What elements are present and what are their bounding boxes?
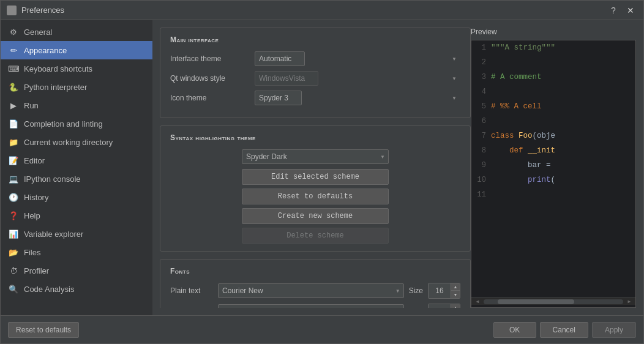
plain-text-font-select[interactable]: Courier New — [218, 283, 404, 298]
main-panel: Main interface Interface theme Automatic… — [152, 20, 643, 315]
sidebar-item-ipython-console[interactable]: 💻 IPython console — [1, 170, 152, 188]
line-content-1: """A string""" — [491, 43, 555, 52]
sidebar-label-general: General — [24, 28, 52, 37]
sidebar-item-history[interactable]: 🕐 History — [1, 188, 152, 206]
scrollbar-track[interactable] — [484, 299, 623, 304]
sidebar-label-completion: Completion and linting — [24, 119, 103, 129]
sidebar-item-run[interactable]: ▶ Run — [1, 96, 152, 114]
sidebar-item-completion-linting[interactable]: 📄 Completion and linting — [1, 114, 152, 133]
sidebar-label-history: History — [24, 193, 48, 202]
profiler-icon: ⏱ — [8, 265, 19, 276]
line-content-7: class Foo(obje — [491, 132, 555, 140]
line-num-5: 5 — [471, 102, 491, 111]
keyboard-icon: ⌨ — [8, 63, 19, 74]
rich-text-size-input[interactable] — [429, 304, 451, 308]
main-interface-title: Main interface — [170, 36, 460, 44]
sidebar-item-cwd[interactable]: 📁 Current working directory — [1, 133, 152, 151]
line-num-11: 11 — [471, 190, 491, 199]
scheme-select-wrapper: Spyder Dark — [242, 149, 389, 164]
interface-theme-select[interactable]: Automatic — [255, 51, 305, 66]
sidebar-item-editor[interactable]: 📝 Editor — [1, 151, 152, 170]
reset-to-defaults-button[interactable]: Reset to defaults — [8, 322, 79, 338]
settings-panel: Main interface Interface theme Automatic… — [160, 28, 471, 308]
sidebar-item-profiler[interactable]: ⏱ Profiler — [1, 261, 152, 280]
code-line-4: 4 — [471, 84, 635, 99]
completion-icon: 📄 — [8, 118, 19, 129]
line-num-10: 10 — [471, 176, 491, 184]
line-content-9: bar = — [491, 161, 551, 170]
sidebar-item-appearance[interactable]: ✏ Appearance — [1, 41, 152, 59]
line-content-5: # %% A cell — [491, 102, 542, 111]
icon-theme-select[interactable]: Spyder 3 — [255, 91, 302, 105]
main-interface-section: Main interface Interface theme Automatic… — [160, 28, 471, 118]
sidebar-label-editor: Editor — [24, 156, 45, 165]
plain-text-size-label: Size — [409, 286, 423, 295]
sidebar-label-help: Help — [24, 211, 40, 220]
help-button[interactable]: ? — [607, 4, 620, 17]
code-line-9: 9 bar = — [471, 158, 635, 173]
scrollbar-left-arrow[interactable]: ◀ — [474, 299, 481, 304]
plain-text-size-input[interactable] — [429, 283, 451, 298]
sidebar-label-cwd: Current working directory — [24, 138, 113, 147]
sidebar-item-python-interpreter[interactable]: 🐍 Python interpreter — [1, 78, 152, 96]
sidebar-item-general[interactable]: ⚙ General — [1, 23, 152, 41]
sidebar-label-ipython: IPython console — [24, 174, 81, 184]
titlebar-controls: ? ✕ — [607, 4, 637, 17]
plain-text-font-wrapper: Courier New — [218, 283, 404, 298]
code-line-10: 10 print( — [471, 173, 635, 187]
line-num-8: 8 — [471, 146, 491, 155]
sidebar-label-keyboard: Keyboard shortcuts — [24, 64, 92, 73]
cancel-button[interactable]: Cancel — [540, 322, 588, 338]
sidebar-item-keyboard-shortcuts[interactable]: ⌨ Keyboard shortcuts — [1, 59, 152, 78]
sidebar-label-files: Files — [24, 248, 40, 257]
interface-theme-row: Interface theme Automatic — [170, 51, 460, 66]
help-icon: ❓ — [8, 210, 19, 221]
line-content-3: # A comment — [491, 73, 542, 81]
icon-theme-row: Icon theme Spyder 3 — [170, 91, 460, 105]
code-line-3: 3 # A comment — [471, 70, 635, 84]
create-scheme-button[interactable]: Create new scheme — [242, 208, 389, 224]
dialog-buttons: OK Cancel Apply — [493, 322, 636, 338]
sidebar-item-files[interactable]: 📂 Files — [1, 243, 152, 261]
close-button[interactable]: ✕ — [624, 4, 637, 17]
plain-text-row: Plain text Courier New Size ▲ ▼ — [170, 283, 460, 299]
line-num-1: 1 — [471, 43, 491, 52]
scrollbar-right-arrow[interactable]: ▶ — [626, 299, 633, 304]
apply-button[interactable]: Apply — [592, 322, 636, 338]
rich-text-row: Rich text Calibri Size ▲ ▼ — [170, 304, 460, 308]
delete-scheme-button[interactable]: Delete scheme — [242, 228, 389, 244]
preview-scrollbar: ◀ ▶ — [471, 297, 635, 305]
interface-theme-label: Interface theme — [170, 54, 250, 63]
line-num-4: 4 — [471, 88, 491, 96]
sidebar-label-code-analysis: Code Analysis — [24, 285, 74, 294]
variable-explorer-icon: 📊 — [8, 228, 19, 239]
qt-windows-style-row: Qt windows style WindowsVista — [170, 71, 460, 86]
scheme-select[interactable]: Spyder Dark — [242, 149, 389, 164]
preferences-window: Preferences ? ✕ ⚙ General ✏ Appearance ⌨… — [0, 0, 644, 344]
qt-windows-style-select-wrapper: WindowsVista — [255, 71, 460, 86]
python-icon: 🐍 — [8, 81, 19, 92]
qt-windows-style-label: Qt windows style — [170, 74, 250, 83]
app-icon — [7, 6, 17, 15]
sidebar-item-variable-explorer[interactable]: 📊 Variable explorer — [1, 225, 152, 243]
rich-text-size-up[interactable]: ▲ — [451, 304, 460, 308]
reset-scheme-button[interactable]: Reset to defaults — [242, 189, 389, 204]
main-content: ⚙ General ✏ Appearance ⌨ Keyboard shortc… — [1, 20, 643, 315]
line-num-6: 6 — [471, 117, 491, 125]
code-line-6: 6 — [471, 114, 635, 129]
syntax-highlighting-title: Syntax highlighting theme — [170, 133, 460, 142]
qt-windows-style-select[interactable]: WindowsVista — [255, 71, 318, 86]
sidebar-item-code-analysis[interactable]: 🔍 Code Analysis — [1, 280, 152, 298]
rich-text-font-select[interactable]: Calibri — [218, 304, 404, 308]
sidebar: ⚙ General ✏ Appearance ⌨ Keyboard shortc… — [1, 20, 152, 315]
window-title: Preferences — [21, 6, 607, 15]
sidebar-item-help[interactable]: ❓ Help — [1, 206, 152, 225]
plain-text-size-up[interactable]: ▲ — [451, 283, 460, 291]
plain-text-size-down[interactable]: ▼ — [451, 291, 460, 298]
line-content-10: print( — [491, 176, 555, 184]
rich-text-size-arrows: ▲ ▼ — [451, 304, 460, 308]
edit-scheme-button[interactable]: Edit selected scheme — [242, 169, 389, 185]
ok-button[interactable]: OK — [493, 322, 536, 338]
code-lines: 1 """A string""" 2 3 — [471, 40, 635, 297]
scrollbar-thumb — [498, 299, 574, 304]
